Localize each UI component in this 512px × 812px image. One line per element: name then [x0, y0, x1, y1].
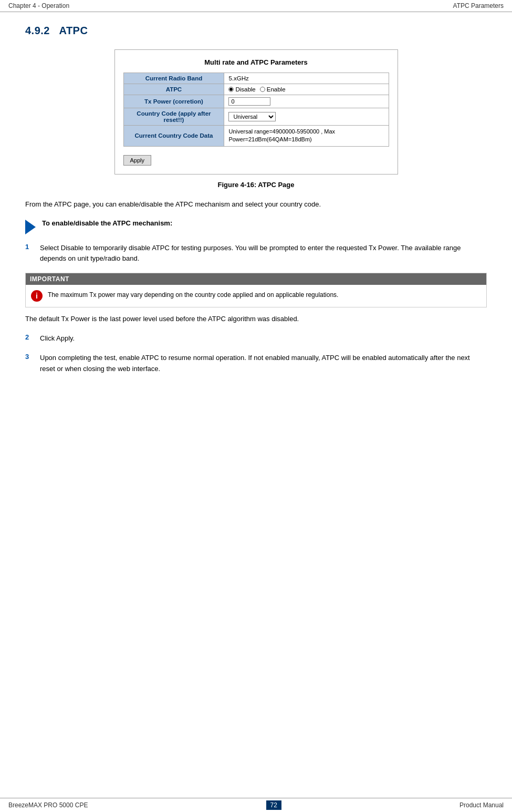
step-3-container: 3 Upon completing the test, enable ATPC … [25, 353, 487, 375]
step-2-number: 2 [25, 333, 34, 344]
figure-title: Multi rate and ATPC Parameters [123, 58, 389, 66]
tip-label: To enable/disable the ATPC mechanism: [42, 219, 172, 228]
important-container: IMPORTANT i The maximum Tx power may var… [25, 273, 487, 307]
footer-left: BreezeMAX PRO 5000 CPE [8, 801, 88, 809]
atpc-radio-group[interactable]: Disable Enable [228, 86, 384, 92]
table-row: ATPC Disable Enable [123, 84, 389, 95]
tip-arrow-icon [25, 220, 36, 234]
step-2-container: 2 Click Apply. [25, 333, 487, 344]
row-label-country-code: Country Code (apply after reset!!) [123, 108, 224, 126]
important-icon-letter: i [36, 292, 38, 300]
page-footer: BreezeMAX PRO 5000 CPE 72 Product Manual [0, 798, 512, 812]
step-2-text: Click Apply. [40, 333, 75, 344]
body-text: From the ATPC page, you can enable/disab… [25, 199, 487, 210]
country-code-select[interactable]: Universal [228, 112, 276, 121]
atpc-enable-option[interactable]: Enable [260, 86, 286, 92]
step-1-text: Select Disable to temporarily disable AT… [40, 243, 487, 265]
row-value-tx-power[interactable] [224, 95, 389, 108]
section-heading: 4.9.2 ATPC [25, 25, 487, 37]
atpc-disable-label: Disable [235, 86, 255, 92]
row-label-tx-power: Tx Power (corretion) [123, 95, 224, 108]
footer-page-number: 72 [266, 800, 281, 810]
atpc-enable-label: Enable [267, 86, 286, 92]
table-row: Current Country Code Data Universal rang… [123, 126, 389, 147]
step-1-container: 1 Select Disable to temporarily disable … [25, 243, 487, 265]
tip-container: To enable/disable the ATPC mechanism: [25, 219, 487, 234]
footer-right: Product Manual [459, 801, 504, 809]
important-body: i The maximum Tx power may vary dependin… [26, 285, 486, 307]
section-title: ATPC [59, 25, 88, 36]
atpc-enable-radio[interactable] [260, 87, 265, 92]
apply-button[interactable]: Apply [123, 155, 152, 166]
row-label-radio-band: Current Radio Band [123, 73, 224, 84]
step-1-number: 1 [25, 243, 34, 265]
country-code-select-wrapper[interactable]: Universal [228, 112, 384, 121]
row-value-country-data: Universal range=4900000-5950000 , Max Po… [224, 126, 389, 147]
param-table: Current Radio Band 5.xGHz ATPC Disable [123, 73, 389, 147]
row-value-country-code[interactable]: Universal [224, 108, 389, 126]
table-row: Current Radio Band 5.xGHz [123, 73, 389, 84]
section-label: ATPC Parameters [453, 2, 504, 9]
row-value-radio-band: 5.xGHz [224, 73, 389, 84]
chapter-label: Chapter 4 - Operation [8, 2, 69, 9]
important-header: IMPORTANT [26, 273, 486, 285]
main-content: 4.9.2 ATPC Multi rate and ATPC Parameter… [0, 12, 512, 395]
country-data-value: Universal range=4900000-5950000 , Max Po… [228, 128, 335, 142]
figure-caption: Figure 4-16: ATPC Page [25, 181, 487, 189]
apply-button-wrapper[interactable]: Apply [123, 151, 389, 166]
figure-container: Multi rate and ATPC Parameters Current R… [114, 49, 398, 174]
default-tx-power-text: The default Tx Power is the last power l… [25, 314, 487, 325]
step-3-text: Upon completing the test, enable ATPC to… [40, 353, 487, 375]
row-label-atpc: ATPC [123, 84, 224, 95]
tx-power-input[interactable] [228, 97, 270, 106]
step-3-number: 3 [25, 353, 34, 375]
atpc-disable-option[interactable]: Disable [228, 86, 255, 92]
page-header: Chapter 4 - Operation ATPC Parameters [0, 0, 512, 12]
atpc-disable-radio[interactable] [228, 87, 234, 92]
important-icon: i [31, 290, 43, 302]
important-text: The maximum Tx power may vary depending … [48, 290, 338, 300]
section-number: 4.9.2 [25, 25, 50, 36]
table-row: Tx Power (corretion) [123, 95, 389, 108]
row-label-country-data: Current Country Code Data [123, 126, 224, 147]
table-row: Country Code (apply after reset!!) Unive… [123, 108, 389, 126]
row-value-atpc[interactable]: Disable Enable [224, 84, 389, 95]
